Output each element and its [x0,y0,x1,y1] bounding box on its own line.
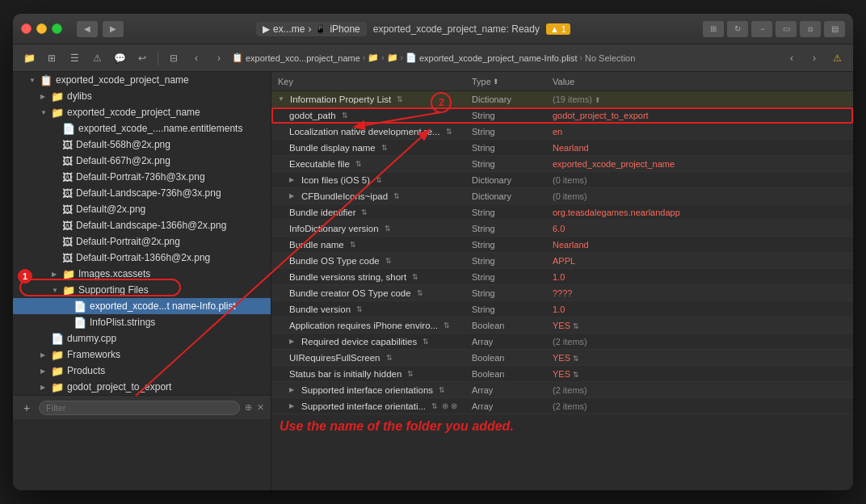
plist-row-ostype[interactable]: Bundle OS Type code ⇅ String APPL [271,253,853,269]
grid-view-btn[interactable]: ⊞ [703,21,724,37]
xcassets-icon: 📁 [62,268,75,280]
plist-row-appreq[interactable]: Application requires iPhone enviro... ⇅ … [271,317,853,334]
phone-icon: 📱 [314,23,326,35]
split-panel-btn[interactable]: ⧈ [800,21,821,37]
prev-btn[interactable]: ‹ [187,48,206,68]
titlebar: ◀ ▶ ▶ ex...me › 📱 iPhone exported_xcode_… [13,14,853,44]
sidebar-item-info-plist[interactable]: 📄 exported_xcode...t name-Info.plist [13,298,271,314]
plist-row-bundlename[interactable]: Bundle name ⇅ String Nearland [271,237,853,253]
plist-row-orientations[interactable]: ▶ Supported interface orientations ⇅ Arr… [271,382,853,398]
plist-row-bundleversion[interactable]: Bundle version ⇅ String 1.0 [271,301,853,317]
instruction-text: Use the name of the folder you added. [271,414,853,439]
type-col-header: Type ⬆ [472,77,553,86]
plist-type-loc: String [472,127,553,136]
sidebar-item-landscape1366[interactable]: 🖼 Default-Landscape-1366h@2x.png [13,217,271,233]
plist-row-creatortype[interactable]: Bundle creator OS Type code ⇅ String ???… [271,285,853,301]
sidebar-item-portrait736[interactable]: 🖼 Default-Portrait-736h@3x.png [13,169,271,185]
plist-row-godot[interactable]: godot_path ⇅ String godot_project_to_exp… [271,107,853,124]
sidebar-item-root[interactable]: 📋 exported_xcode_project_name [13,72,271,88]
sidebar: 📋 exported_xcode_project_name 📁 dylibs 📁… [13,72,271,490]
bundleversion-label: Bundle version [289,304,351,314]
plist-row-versionshort[interactable]: Bundle versions string, short ⇅ String 1… [271,269,853,285]
project-folder-icon: 📁 [51,107,64,119]
sidebar-item-default2x[interactable]: 🖼 Default@2x.png [13,201,271,217]
sidebar-infoplist-label: exported_xcode...t name-Info.plist [90,300,236,312]
refresh-btn[interactable]: ↻ [727,21,748,37]
single-panel-btn[interactable]: ▭ [776,21,797,37]
plist-row-iconfiles[interactable]: ▶ Icon files (iOS 5) ⇅ Dictionary (0 ite… [271,172,853,188]
nav-next-btn[interactable]: › [805,48,824,68]
sidebar-item-portrait2x[interactable]: 🖼 Default-Portrait@2x.png [13,233,271,250]
imgp1366-icon: 🖼 [62,252,73,264]
sidebar-item-portrait1366[interactable]: 🖼 Default-Portrait-1366h@2x.png [13,250,271,266]
plist-type-ar: Boolean [472,321,553,330]
value-col-header: Value [553,77,847,86]
sidebar-item-supporting-files[interactable]: 📁 Supporting Files [13,282,271,298]
idv-stepper: ⇅ [385,225,391,233]
fullscreen-label: UIRequiresFullScreen [289,353,380,363]
plist-row-localization[interactable]: Localization native development re... ⇅ … [271,124,853,140]
sidebar-item-infoplist-strings[interactable]: 📄 InfoPlist.strings [13,314,271,330]
expand-orient: ▶ [289,386,299,393]
plist-type-bn: String [472,240,553,250]
plist-row-cfbundleicons[interactable]: ▶ CFBundleIcons~ipad ⇅ Dictionary (0 ite… [271,188,853,204]
breadcrumb-project[interactable]: 📋 exported_xco...project_name [232,52,360,63]
sidebar-item-project-folder[interactable]: 📁 exported_xcode_project_name [13,104,271,120]
plist-row-reqcaps[interactable]: ▶ Required device capabilities ⇅ Array (… [271,334,853,350]
orientations2-label: Supported interface orientati... [301,401,426,411]
scheme-selector[interactable]: ▶ ex...me › 📱 iPhone [256,22,367,36]
add-btn[interactable]: + [19,401,34,415]
plist-value-so2: (2 items) [553,401,847,411]
plist-row-fullscreen[interactable]: UIRequiresFullScreen ⇅ Boolean YES ⇅ [271,350,853,366]
arrow-btn[interactable]: → [751,21,772,37]
next-btn[interactable]: › [209,48,229,68]
warning-icon[interactable]: ⚠ [87,48,107,68]
back-button[interactable]: ◀ [77,21,98,37]
sidebar-item-landscape736[interactable]: 🖼 Default-Landscape-736h@3x.png [13,185,271,201]
ostype-label: Bundle OS Type code [289,256,380,266]
plist-row-statusbar[interactable]: Status bar is initially hidden ⇅ Boolean… [271,366,853,382]
bundlename-label: Bundle name [289,240,344,250]
main-content: 📋 exported_xcode_project_name 📁 dylibs 📁… [13,72,853,490]
expand-info: ▼ [278,95,288,103]
undo-btn[interactable]: ↩ [132,48,152,68]
so-stepper: ⇅ [439,386,445,394]
plist-row-bundleid[interactable]: Bundle identifier ⇅ String org.teasdaleg… [271,204,853,220]
sidebar-item-dummy[interactable]: 📄 dummy.cpp [13,330,271,346]
filter-input[interactable] [39,401,240,415]
sidebar-item-default568[interactable]: 🖼 Default-568h@2x.png [13,136,271,153]
sidebar-item-entitlements[interactable]: 📄 exported_xcode_....name.entitlements [13,120,271,136]
grid2-btn[interactable]: ⊟ [164,48,183,68]
sidebar-item-godot-export[interactable]: 📁 godot_project_to_export [13,379,271,395]
nav-prev-btn[interactable]: ‹ [782,48,801,68]
toolbar: 📁 ⊞ ☰ ⚠ 💬 ↩ ⊟ ‹ › 📋 exported_xco...proje… [13,44,853,72]
minimize-button[interactable] [36,23,47,34]
list-btn[interactable]: ☰ [65,48,84,68]
sort-icon: ⬆ [493,78,499,86]
maximize-button[interactable] [52,23,62,34]
sidebar-item-dylibs[interactable]: 📁 dylibs [13,88,271,104]
sidebar-item-default667[interactable]: 🖼 Default-667h@2x.png [13,153,271,169]
plist-row-info[interactable]: ▼ Information Property List ⇅ Dictionary… [271,91,853,107]
plist-type-cfb: Dictionary [472,191,553,201]
creatortype-label: Bundle creator OS Type code [289,288,411,298]
plist-row-displayname[interactable]: Bundle display name ⇅ String Nearland [271,140,853,156]
plist-row-orientations2[interactable]: ▶ Supported interface orientati... ⇅ ⊕ ⊗… [271,398,853,414]
comment-btn[interactable]: 💬 [110,48,129,68]
sidebar-item-images-xcassets[interactable]: 📁 Images.xcassets [13,266,271,282]
sidebar-item-products[interactable]: 📁 Products [13,363,271,379]
plist-row-executable[interactable]: Executable file ⇅ String exported_xcode_… [271,156,853,172]
inspector-btn[interactable]: ▤ [824,21,845,37]
forward-button[interactable]: ▶ [103,21,124,37]
warning-triangle-btn[interactable]: ⚠ [827,48,847,68]
sidebar-item-frameworks[interactable]: 📁 Frameworks [13,346,271,363]
titlebar-center: ▶ ex...me › 📱 iPhone exported_xcode_proj… [128,22,698,36]
grid-btn[interactable]: ⊞ [42,48,61,68]
imgp2x-icon: 🖼 [62,236,73,248]
separator [158,51,158,65]
plist-row-infodict[interactable]: InfoDictionary version ⇅ String 6.0 [271,220,853,237]
close-button[interactable] [21,23,32,34]
imgl736-icon: 🖼 [62,187,73,200]
folder-icon[interactable]: 📁 [19,48,39,68]
plist-type-so2: Array [472,401,553,411]
